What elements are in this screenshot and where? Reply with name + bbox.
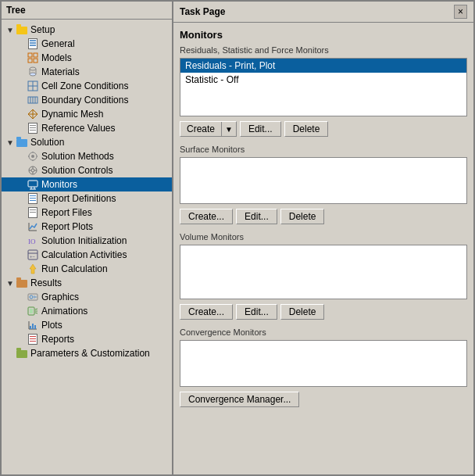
tree-item-dynamic-mesh[interactable]: Dynamic Mesh [2, 107, 172, 121]
toggle-results: ▼ [5, 279, 16, 288]
svg-marker-40 [30, 264, 36, 274]
volume-edit-button[interactable]: Edit... [236, 304, 277, 320]
convergence-monitors-list-box [180, 340, 467, 387]
reports-icon [27, 333, 39, 345]
surface-edit-button[interactable]: Edit... [236, 209, 277, 224]
boundary-icon [27, 94, 39, 106]
delete-button[interactable]: Delete [284, 121, 329, 137]
tree-item-setup-label: Setup [30, 24, 55, 35]
tree-item-graphics[interactable]: Graphics [2, 290, 172, 304]
materials-icon [27, 66, 39, 78]
tree-item-dynamic-mesh-label: Dynamic Mesh [41, 109, 103, 120]
parameters-icon [16, 347, 28, 360]
tree-item-calc-activities-label: Calculation Activities [41, 249, 127, 260]
volume-create-button[interactable]: Create... [180, 304, 233, 320]
report-files-icon [27, 206, 39, 219]
svg-rect-0 [28, 53, 32, 57]
residuals-section-label: Residuals, Statistic and Force Monitors [180, 45, 467, 55]
tree-item-solution-methods[interactable]: Solution Methods [2, 149, 172, 163]
residuals-list-item-1[interactable]: Statistic - Off [180, 73, 466, 87]
tree-item-solution-controls[interactable]: Solution Controls [2, 163, 172, 177]
svg-text:IO: IO [28, 238, 36, 245]
tree-item-materials[interactable]: Materials [2, 65, 172, 79]
calc-activities-icon: +− [27, 249, 39, 261]
solution-icon [16, 136, 28, 149]
residuals-list-item-0[interactable]: Residuals - Print, Plot [180, 59, 466, 73]
tree-item-solution-init[interactable]: IO Solution Initialization [2, 234, 172, 248]
create-split-button[interactable]: Create ▼ [180, 121, 237, 137]
tree-item-results[interactable]: ▼ Results [2, 276, 172, 290]
svg-point-4 [30, 67, 36, 70]
tree-item-report-plots[interactable]: Report Plots [2, 220, 172, 234]
tree-item-plots[interactable]: Plots [2, 318, 172, 332]
svg-line-48 [35, 313, 38, 313]
surface-button-row: Create... Edit... Delete [180, 209, 467, 224]
run-calc-icon [27, 263, 39, 275]
svg-rect-2 [28, 59, 32, 63]
tree-item-run-calc[interactable]: Run Calculation [2, 262, 172, 276]
models-icon [27, 52, 39, 64]
surface-create-button[interactable]: Create... [180, 209, 233, 224]
tree-item-setup[interactable]: ▼ Setup [2, 23, 172, 37]
close-button[interactable]: × [454, 5, 467, 19]
monitors-title: Monitors [180, 29, 467, 41]
tree-item-reference[interactable]: Reference Values [2, 121, 172, 135]
svg-line-46 [35, 309, 38, 310]
solution-controls-icon [27, 164, 39, 177]
svg-rect-52 [32, 324, 34, 329]
convergence-button-row: Convergence Manager... [180, 392, 467, 407]
results-icon [16, 277, 28, 289]
svg-point-42 [30, 295, 33, 299]
tree-item-animations[interactable]: Animations [2, 304, 172, 318]
report-defs-icon [27, 192, 39, 205]
toggle-solution: ▼ [5, 138, 16, 147]
svg-rect-51 [30, 326, 31, 329]
create-arrow-button[interactable]: ▼ [222, 122, 236, 136]
residuals-button-row: Create ▼ Edit... Delete [180, 121, 467, 137]
tree-item-reports[interactable]: Reports [2, 332, 172, 346]
graphics-icon [27, 291, 39, 303]
convergence-monitors-label: Convergence Monitors [180, 327, 467, 337]
solution-init-icon: IO [27, 234, 39, 247]
create-main-button[interactable]: Create [180, 122, 222, 136]
tree-item-monitors[interactable]: Monitors [2, 177, 172, 191]
tree-item-boundary[interactable]: Boundary Conditions [2, 93, 172, 107]
reference-icon [27, 122, 39, 134]
residuals-list-box: Residuals - Print, Plot Statistic - Off [180, 58, 467, 116]
volume-monitors-label: Volume Monitors [180, 232, 467, 242]
surface-delete-button[interactable]: Delete [280, 209, 325, 224]
tree-item-results-label: Results [30, 277, 62, 288]
svg-rect-3 [34, 59, 38, 63]
plots-icon [27, 319, 39, 331]
setup-icon [16, 23, 28, 36]
tree-item-solution-controls-label: Solution Controls [41, 165, 112, 176]
tree-item-reports-label: Reports [41, 334, 74, 345]
tree-item-report-defs[interactable]: Report Definitions [2, 191, 172, 206]
tree-item-cell-zone[interactable]: Cell Zone Conditions [2, 79, 172, 93]
tree-item-materials-label: Materials [41, 66, 80, 77]
tree-item-graphics-label: Graphics [41, 292, 79, 302]
tree-item-parameters[interactable]: Parameters & Customization [2, 346, 172, 360]
cell-zone-icon [27, 80, 39, 92]
tree-item-reference-label: Reference Values [41, 123, 116, 134]
edit-button[interactable]: Edit... [240, 121, 281, 137]
tree-panel: Tree ▼ Setup [2, 2, 173, 474]
tree-item-report-files-label: Report Files [41, 207, 92, 218]
tree-item-animations-label: Animations [41, 306, 88, 317]
tree-item-general[interactable]: General [2, 37, 172, 51]
svg-marker-43 [34, 295, 38, 299]
tree-item-models[interactable]: Models [2, 51, 172, 65]
tree-item-solution[interactable]: ▼ Solution [2, 135, 172, 149]
tree-header-label: Tree [6, 5, 26, 16]
tree-item-report-files[interactable]: Report Files [2, 206, 172, 220]
tree-item-solution-label: Solution [30, 137, 64, 148]
tree-item-report-plots-label: Report Plots [41, 221, 93, 232]
tree-item-calc-activities[interactable]: +− Calculation Activities [2, 248, 172, 262]
tree-item-plots-label: Plots [41, 320, 62, 331]
animations-icon [27, 305, 39, 317]
volume-delete-button[interactable]: Delete [280, 304, 325, 320]
svg-text:+−: +− [30, 254, 36, 259]
tree-item-general-label: General [41, 38, 75, 49]
tree-item-run-calc-label: Run Calculation [41, 263, 108, 274]
convergence-manager-button[interactable]: Convergence Manager... [180, 392, 299, 407]
